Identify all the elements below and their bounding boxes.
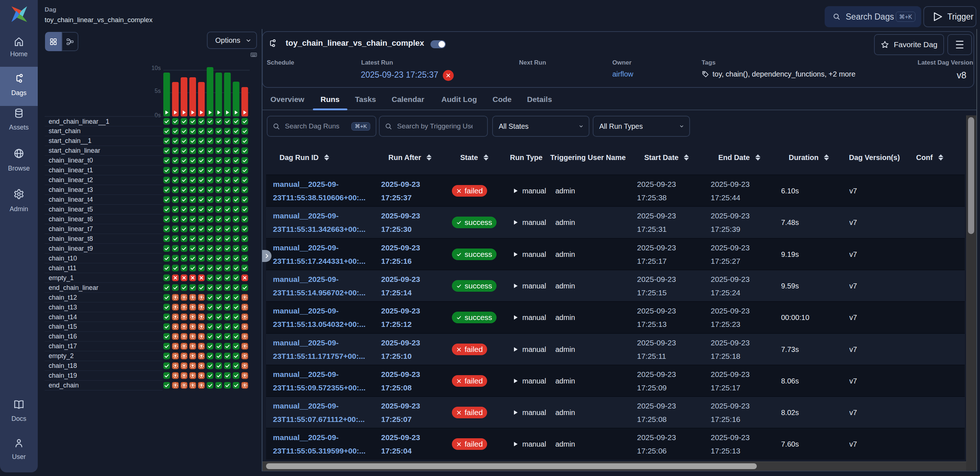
- svg-text:chain_t14: chain_t14: [49, 313, 77, 321]
- svg-text:chain_linear_t6: chain_linear_t6: [49, 216, 93, 223]
- svg-text:empty_1: empty_1: [49, 274, 74, 282]
- svg-text:chain_linear_t8: chain_linear_t8: [49, 235, 93, 243]
- svg-text:chain_linear_t0: chain_linear_t0: [49, 157, 93, 164]
- svg-text:end_chain: end_chain: [49, 382, 79, 389]
- svg-text:end_chain_linear: end_chain_linear: [49, 284, 99, 292]
- svg-text:5s: 5s: [154, 88, 161, 94]
- svg-text:end_chain_linear__1: end_chain_linear__1: [49, 118, 109, 125]
- svg-text:chain_t16: chain_t16: [49, 333, 77, 340]
- svg-text:chain_linear_t4: chain_linear_t4: [49, 196, 93, 203]
- svg-text:start_chain_linear: start_chain_linear: [49, 147, 100, 155]
- svg-text:chain_t19: chain_t19: [49, 372, 77, 379]
- svg-text:chain_linear_t2: chain_linear_t2: [49, 176, 93, 184]
- svg-text:chain_t13: chain_t13: [49, 304, 77, 311]
- svg-text:chain_t10: chain_t10: [49, 255, 77, 262]
- svg-text:start_chain: start_chain: [49, 127, 81, 135]
- svg-text:chain_t11: chain_t11: [49, 265, 76, 272]
- svg-text:chain_linear_t7: chain_linear_t7: [49, 225, 93, 233]
- svg-text:chain_linear_t1: chain_linear_t1: [49, 167, 93, 174]
- svg-text:chain_linear_t5: chain_linear_t5: [49, 206, 93, 213]
- svg-text:chain_linear_t3: chain_linear_t3: [49, 186, 93, 194]
- svg-text:start_chain__1: start_chain__1: [49, 137, 91, 145]
- svg-text:chain_t17: chain_t17: [49, 343, 77, 350]
- svg-text:chain_t12: chain_t12: [49, 294, 77, 301]
- svg-text:chain_linear_t9: chain_linear_t9: [49, 245, 93, 252]
- svg-text:10s: 10s: [151, 65, 161, 71]
- svg-text:empty_2: empty_2: [49, 352, 74, 360]
- svg-text:chain_t18: chain_t18: [49, 362, 77, 370]
- svg-text:chain_t15: chain_t15: [49, 323, 77, 330]
- svg-text:0s: 0s: [154, 112, 161, 118]
